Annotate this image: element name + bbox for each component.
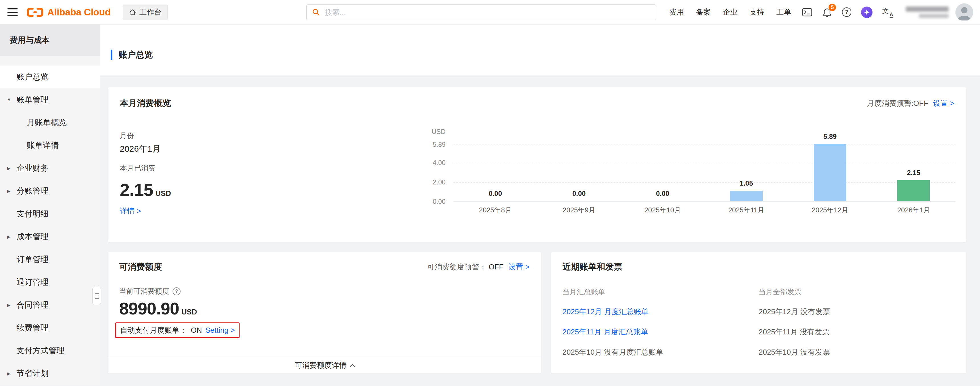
chart-bar-group: 5.892025年12月 [788,145,872,201]
chart-bar-group: 0.002025年8月 [453,145,537,201]
chart-bar-value-label: 0.00 [621,190,705,197]
invoice-list: 2025年12月 没有发票2025年11月 没有发票2025年10月 没有发票 [759,307,955,357]
language-icon: 文A [882,7,893,17]
autopay-highlight-box: 自动支付月度账单： ON Setting > [115,322,240,338]
workbench-label: 工作台 [140,7,162,17]
sidebar-item[interactable]: 续费管理 [0,316,100,339]
home-icon [129,8,137,16]
sidebar: 费用与成本 账户总览▼账单管理月账单概览账单详情▶企业财务▶分账管理支付明细▶成… [0,24,100,386]
monthly-overview-title: 本月消费概览 [120,97,171,109]
monthly-overview-card: 本月消费概览 月度消费预警:OFF 设置 > 月份 2026年1月 本月已消费 … [108,87,966,242]
sidebar-item[interactable]: ▶节省计划 [0,362,100,385]
language-icon-wrap[interactable]: 文A [877,7,898,17]
notification-bell-icon[interactable]: 5 [817,7,837,17]
nav-link[interactable]: 备案 [690,7,717,17]
autopay-setting-link[interactable]: Setting > [205,326,235,335]
ai-assistant-icon [861,6,872,18]
chart-bar [814,144,846,201]
invoice-text: 2025年12月 没有发票 [759,307,955,317]
quota-amount-unit: USD [181,308,197,316]
chart-y-tick-label: 5.89 [433,141,445,149]
workbench-button[interactable]: 工作台 [123,5,168,20]
sidebar-item[interactable]: ▶成本管理 [0,225,100,248]
chart-bar [730,191,763,201]
sidebar-item[interactable]: 退订管理 [0,271,100,294]
sidebar-collapse-handle[interactable] [92,287,101,305]
chart-x-tick-label: 2025年12月 [788,205,872,214]
sidebar-item[interactable]: 订单管理 [0,248,100,271]
bill-link[interactable]: 2025年11月 月度汇总账单 [562,327,759,337]
chevron-down-icon: ▼ [7,97,16,102]
chart-x-tick-label: 2026年1月 [872,205,956,214]
user-name-redacted[interactable] [906,6,949,18]
search-box[interactable] [306,4,656,20]
invoice-text: 2025年11月 没有发票 [759,327,955,337]
autopay-status: ON [191,326,202,335]
quota-detail-toggle[interactable]: 可消费额度详情 [108,357,541,373]
quota-card: 可消费额度 可消费额度预警： OFF 设置 > 当前可消费额度 ? 8990.9… [108,252,541,373]
spent-detail-link[interactable]: 详情 > [120,206,141,216]
console-icon[interactable] [797,8,817,17]
invoice-column: 当月全部发票 2025年12月 没有发票2025年11月 没有发票2025年10… [759,287,955,367]
chevron-right-icon: ▶ [7,371,16,376]
sidebar-item[interactable]: ▼账单管理 [0,88,100,111]
quota-card-title: 可消费额度 [119,261,162,273]
chevron-right-icon: ▶ [7,189,16,194]
chevron-up-icon [350,364,355,369]
sidebar-item-label: 订单管理 [16,254,48,265]
search-input[interactable] [324,8,651,17]
chart-y-tick-label: 2.00 [433,178,445,186]
sidebar-item-label: 账单详情 [27,140,59,151]
quota-alert-label: 可消费额度预警： [427,262,487,271]
sidebar-item[interactable]: ▶企业财务 [0,157,100,179]
bills-invoices-card: 近期账单和发票 当月汇总账单 2025年12月 月度汇总账单2025年11月 月… [551,252,966,373]
alibaba-cloud-logo[interactable]: Alibaba Cloud [26,6,111,18]
help-icon: ? [842,7,851,17]
bill-link[interactable]: 2025年12月 月度汇总账单 [562,307,759,317]
sidebar-item-label: 支付明细 [16,208,48,219]
chevron-right-icon: ▶ [7,234,16,240]
chart-x-tick-label: 2025年10月 [621,205,705,214]
quota-amount-value: 8990.90 [119,299,179,318]
bill-text: 2025年10月 没有月度汇总账单 [562,347,759,357]
chart-bar-group: 0.002025年9月 [537,145,620,201]
notification-badge: 5 [828,3,837,12]
help-icon-wrap[interactable]: ? [837,7,856,17]
nav-link[interactable]: 支持 [743,7,770,17]
quota-detail-label: 可消费额度详情 [294,361,347,370]
sidebar-item[interactable]: 支付方式管理 [0,339,100,362]
nav-link[interactable]: 企业 [717,7,743,17]
chevron-right-icon: ▶ [7,302,16,308]
sidebar-item[interactable]: ▶合同管理 [0,294,100,316]
sidebar-item-label: 分账管理 [16,186,48,196]
spent-label: 本月已消费 [120,164,377,173]
monthly-alert-status: 月度消费预警:OFF [867,99,928,108]
quota-alert-setting-link[interactable]: 设置 > [509,262,530,271]
sidebar-item[interactable]: 账户总览 [0,65,100,88]
menu-icon[interactable] [7,7,18,17]
nav-link[interactable]: 工单 [770,7,797,17]
sidebar-item[interactable]: 支付明细 [0,202,100,225]
chart-x-tick-label: 2025年8月 [453,205,537,214]
monthly-alert-setting-link[interactable]: 设置 > [933,99,955,108]
chart-bar-group: 0.002025年10月 [621,145,705,201]
sidebar-item[interactable]: 月账单概览 [0,111,100,134]
sidebar-item[interactable]: 账单详情 [0,134,100,157]
chart-bar-value-label: 1.05 [705,179,788,187]
sidebar-title: 费用与成本 [0,24,100,56]
bills-card-title: 近期账单和发票 [562,261,622,273]
avatar[interactable] [956,3,973,21]
bill-list: 2025年12月 月度汇总账单2025年11月 月度汇总账单2025年10月 没… [562,307,759,357]
search-icon [312,8,320,16]
sidebar-item[interactable]: ▶分账管理 [0,179,100,202]
spent-amount-value: 2.15 [120,179,153,200]
chart-y-tick-label: 0.00 [433,198,445,205]
chart-bar-value-label: 0.00 [453,190,537,197]
sidebar-item-label: 账户总览 [16,71,48,83]
chart-x-tick-label: 2025年11月 [705,205,788,214]
quota-help-icon[interactable]: ? [173,288,181,295]
ai-assistant-icon-wrap[interactable] [856,6,877,18]
chart-bar-value-label: 0.00 [537,190,620,197]
nav-link[interactable]: 费用 [663,7,690,17]
sidebar-item-label: 合同管理 [16,300,48,310]
